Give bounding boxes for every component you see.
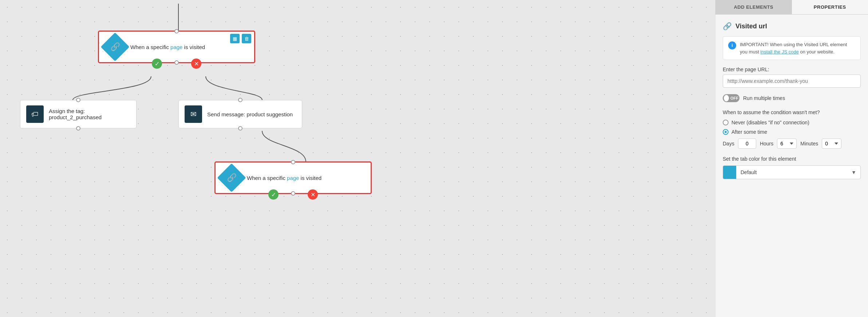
node-visited-url-1[interactable]: ▦ 🗑 🔗 When a specific page is visited ✓ … — [98, 31, 255, 63]
url-input[interactable] — [723, 75, 861, 88]
color-label: Default — [736, 169, 847, 175]
minutes-select[interactable]: 0 15 30 45 — [822, 139, 841, 149]
duplicate-button[interactable]: ▦ — [230, 34, 240, 43]
color-chevron-icon: ▼ — [847, 166, 860, 179]
node-label-3: Send message: product suggestion — [207, 111, 293, 117]
hours-label: Hours — [760, 141, 773, 147]
right-panel: ADD ELEMENTS PROPERTIES 🔗 Visited url i … — [715, 0, 868, 317]
link-icon: 🔗 — [110, 42, 120, 52]
node-icon-tag: 🏷 — [26, 105, 44, 123]
time-row: Days Hours 6 1 2 3 12 24 Minutes 0 15 30… — [723, 139, 861, 149]
node-label-2: Assign the tag: product_2_purchased — [49, 108, 130, 120]
node-label-4: When a specific page is visited — [247, 175, 321, 181]
toggle-row: OFF Run multiple times — [723, 94, 861, 102]
node-icon-link-2: 🔗 — [217, 163, 246, 192]
panel-tabs: ADD ELEMENTS PROPERTIES — [715, 0, 868, 15]
yes-button-1[interactable]: ✓ — [152, 59, 162, 69]
color-row[interactable]: Default ▼ — [723, 165, 861, 179]
node-visited-url-2[interactable]: 🔗 When a specific page is visited ✓ ✕ — [215, 162, 371, 194]
panel-title: Visited url — [735, 23, 767, 30]
condition-section-title: When to assume the condition wasn't met? — [723, 109, 861, 115]
color-section-title: Set the tab color for this element — [723, 156, 861, 162]
hours-select[interactable]: 6 1 2 3 12 24 — [777, 139, 797, 149]
no-button-1[interactable]: ✕ — [191, 59, 201, 69]
delete-button[interactable]: 🗑 — [242, 34, 251, 43]
days-label: Days — [723, 141, 734, 147]
node-send-message[interactable]: ✉ Send message: product suggestion — [178, 100, 302, 128]
info-text: IMPORTANT! When using the Visited URL el… — [740, 41, 855, 55]
connector-top-2[interactable] — [76, 98, 80, 102]
toggle-text: Run multiple times — [743, 95, 785, 101]
url-field-label: Enter the page URL: — [723, 67, 861, 72]
tab-add-elements[interactable]: ADD ELEMENTS — [715, 0, 792, 14]
info-icon: i — [728, 41, 736, 49]
tag-icon: 🏷 — [31, 110, 39, 119]
tab-properties[interactable]: PROPERTIES — [792, 0, 868, 14]
radio-after-label: After some time — [731, 129, 767, 135]
radio-after-row[interactable]: After some time — [723, 129, 861, 135]
node-assign-tag[interactable]: 🏷 Assign the tag: product_2_purchased — [20, 100, 137, 128]
node-label-1: When a specific page is visited — [130, 44, 205, 50]
link-icon-2: 🔗 — [227, 173, 237, 182]
yes-button-4[interactable]: ✓ — [268, 189, 279, 200]
toggle-state-label: OFF — [730, 96, 738, 100]
panel-title-row: 🔗 Visited url — [723, 22, 861, 31]
connector-bottom-4[interactable] — [291, 191, 295, 196]
color-swatch — [723, 166, 736, 179]
radio-after[interactable] — [723, 129, 729, 135]
panel-title-icon: 🔗 — [723, 22, 732, 31]
connector-bottom-3[interactable] — [238, 126, 242, 131]
radio-never[interactable] — [723, 120, 729, 125]
node-toolbar-1: ▦ 🗑 — [230, 34, 251, 43]
connector-top-1[interactable] — [174, 29, 179, 33]
toggle-knob — [724, 95, 729, 101]
connector-top-3[interactable] — [238, 98, 242, 102]
minutes-label: Minutes — [800, 141, 818, 147]
no-button-4[interactable]: ✕ — [308, 189, 318, 200]
canvas-area[interactable]: ▦ 🗑 🔗 When a specific page is visited ✓ … — [0, 0, 715, 317]
radio-never-row[interactable]: Never (disables "if no" connection) — [723, 120, 861, 125]
connector-bottom-2[interactable] — [76, 126, 80, 131]
radio-never-label: Never (disables "if no" connection) — [731, 120, 809, 125]
connector-top-4[interactable] — [291, 160, 295, 164]
days-input[interactable] — [738, 139, 756, 149]
info-box: i IMPORTANT! When using the Visited URL … — [723, 36, 861, 60]
panel-body: 🔗 Visited url i IMPORTANT! When using th… — [715, 15, 868, 317]
node-icon-link: 🔗 — [100, 32, 129, 61]
run-multiple-toggle[interactable]: OFF — [723, 94, 739, 102]
mail-icon: ✉ — [190, 110, 197, 119]
install-js-link[interactable]: install the JS code — [760, 49, 799, 55]
connector-bottom-1[interactable] — [174, 60, 179, 65]
node-icon-mail: ✉ — [185, 105, 202, 123]
